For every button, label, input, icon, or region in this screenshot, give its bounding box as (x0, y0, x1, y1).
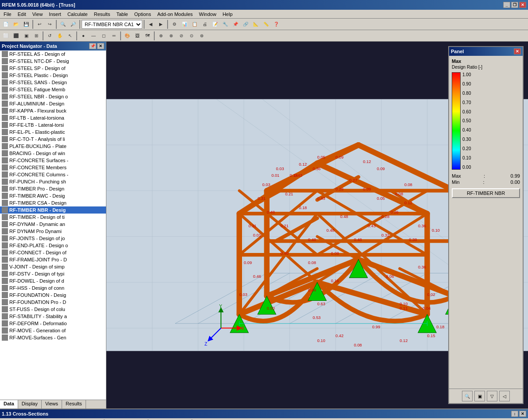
sidebar-tab-data[interactable]: Data (0, 400, 18, 408)
sidebar-tab-views[interactable]: Views (42, 400, 62, 408)
menu-view[interactable]: View (30, 11, 46, 18)
sidebar-item-28[interactable]: RF-CONNECT - Design of (0, 249, 106, 256)
nav-next-btn[interactable]: ▶ (156, 19, 166, 29)
snap5-btn[interactable]: ⊛ (197, 31, 207, 41)
sidebar-item-6[interactable]: RF-STEEL NBR - Design o (0, 93, 106, 100)
menu-calculate[interactable]: Calculate (65, 11, 90, 18)
tool6-btn[interactable]: 🔧 (220, 19, 230, 29)
bottom-panel-pin[interactable]: ↕ (511, 411, 518, 417)
sidebar-item-37[interactable]: RF-STABILITY - Stability a (0, 313, 106, 320)
sidebar-tab-display[interactable]: Display (18, 400, 42, 408)
sidebar-item-16[interactable]: RF-CONCRETE Members (0, 164, 106, 171)
sidebar-item-11[interactable]: RF-EL-PL - Elastic-plastic (0, 128, 106, 136)
sidebar-item-39[interactable]: RF-MOVE - Generation of (0, 327, 106, 334)
sidebar-item-34[interactable]: RF-FOUNDATION - Desig (0, 292, 106, 299)
menu-edit[interactable]: Edit (15, 11, 29, 18)
sidebar-tab-results[interactable]: Results (62, 400, 86, 408)
panel-btn4[interactable]: ◁ (499, 391, 510, 401)
tool10-btn[interactable]: 📏 (261, 19, 271, 29)
sidebar-item-18[interactable]: RF-PUNCH - Punching sh (0, 178, 106, 185)
menu-help[interactable]: Help (220, 11, 235, 18)
surface-btn[interactable]: ◻ (99, 31, 109, 41)
tool2-btn[interactable]: 📊 (180, 19, 189, 29)
snap1-btn[interactable]: ⊕ (156, 31, 166, 41)
sidebar-item-7[interactable]: RF-ALUMINIUM - Design (0, 100, 106, 107)
tool3-btn[interactable]: 📋 (190, 19, 199, 29)
open-btn[interactable]: 📂 (11, 19, 21, 29)
sidebar-item-15[interactable]: RF-CONCRETE Surfaces - (0, 157, 106, 164)
module-selector[interactable]: RF-TIMBER NBR CA1 (82, 20, 142, 29)
node-btn[interactable]: ● (78, 31, 88, 41)
sidebar-item-13[interactable]: PLATE-BUCKLING - Plate (0, 143, 106, 150)
view1-btn[interactable]: ⬜ (1, 31, 11, 41)
snap4-btn[interactable]: ⊙ (187, 31, 196, 41)
view3-btn[interactable]: ▣ (21, 31, 31, 41)
line-btn[interactable]: — (89, 31, 98, 41)
sidebar-item-26[interactable]: RF-JOINTS - Design of jo (0, 235, 106, 242)
menu-file[interactable]: File (1, 11, 14, 18)
tool1-btn[interactable]: ⚙ (169, 19, 179, 29)
select-btn[interactable]: ↖ (65, 31, 75, 41)
menu-options[interactable]: Options (132, 11, 154, 18)
menu-addon[interactable]: Add-on Modules (155, 11, 196, 18)
render3-btn[interactable]: 🗺 (143, 31, 153, 41)
restore-btn[interactable]: ❐ (511, 2, 518, 8)
sidebar-item-29[interactable]: RF-FRAME-JOINT Pro - D (0, 256, 106, 263)
sidebar-item-30[interactable]: V-JOINT - Design of simp (0, 263, 106, 270)
help-icon-btn[interactable]: ❓ (271, 19, 281, 29)
sidebar-item-24[interactable]: RF-DYNAM - Dynamic an (0, 221, 106, 228)
zoom-in-btn[interactable]: 🔍 (58, 19, 68, 29)
panel-btn2[interactable]: ▣ (474, 391, 485, 401)
tool5-btn[interactable]: 📝 (210, 19, 220, 29)
sidebar-close-btn[interactable]: ✕ (97, 43, 104, 49)
render2-btn[interactable]: 🖼 (133, 31, 142, 41)
menu-insert[interactable]: Insert (46, 11, 64, 18)
sidebar-item-4[interactable]: RF-STEEL SANS - Design (0, 79, 106, 86)
menu-table[interactable]: Table (113, 11, 130, 18)
tool9-btn[interactable]: 📐 (251, 19, 261, 29)
rotate-btn[interactable]: ↺ (45, 31, 55, 41)
new-btn[interactable]: 📄 (1, 19, 11, 29)
sidebar-item-14[interactable]: BRACING - Design of win (0, 150, 106, 157)
view2-btn[interactable]: ⬛ (11, 31, 21, 41)
sidebar-item-35[interactable]: RF-FOUNDATION Pro - D (0, 299, 106, 306)
sidebar-item-10[interactable]: RF-FE-LTB - Lateral-torsi (0, 121, 106, 128)
sidebar-item-27[interactable]: RF-END-PLATE - Design o (0, 242, 106, 249)
close-btn[interactable]: ✕ (519, 2, 526, 8)
rf-timber-nbr-btn[interactable]: RF-TIMBER NBR (452, 188, 520, 198)
sidebar-item-12[interactable]: RF-C-TO-T - Analysis of li (0, 136, 106, 143)
sidebar-item-2[interactable]: RF-STEEL SP - Design of (0, 65, 106, 72)
sidebar-item-32[interactable]: RF-DOWEL - Design of d (0, 277, 106, 284)
undo-btn[interactable]: ↩ (35, 19, 44, 29)
sidebar-item-38[interactable]: RF-DEFORM - Deformatio (0, 320, 106, 327)
sidebar-item-3[interactable]: RF-STEEL Plastic - Design (0, 72, 106, 79)
sidebar-item-33[interactable]: RF-HSS - Design of conn (0, 284, 106, 292)
nav-prev-btn[interactable]: ◀ (146, 19, 156, 29)
pan-btn[interactable]: ✋ (55, 31, 65, 41)
sidebar-item-36[interactable]: ST-FUSS - Design of colu (0, 306, 106, 313)
save-btn[interactable]: 💾 (21, 19, 31, 29)
tool8-btn[interactable]: 🔗 (241, 19, 250, 29)
sidebar-item-5[interactable]: RF-STEEL Fatigue Memb (0, 86, 106, 93)
redo-btn[interactable]: ↪ (45, 19, 55, 29)
viewport[interactable]: 0.09 0.01 0.21 0.18 0.40 0.48 0.48 0.48 … (106, 42, 528, 408)
sidebar-item-23[interactable]: RF-TIMBER - Design of ti (0, 214, 106, 221)
sidebar-item-1[interactable]: RF-STEEL NTC-DF - Desig (0, 58, 106, 65)
view4-btn[interactable]: ⊞ (31, 31, 41, 41)
tool4-btn[interactable]: 🖨 (200, 19, 210, 29)
sidebar-item-0[interactable]: RF-STEEL AS - Design of (0, 51, 106, 58)
sidebar-item-17[interactable]: RF-CONCRETE Columns - (0, 171, 106, 178)
sidebar-item-25[interactable]: RF DYNAM Pro Dynami (0, 228, 106, 235)
tool7-btn[interactable]: 📌 (231, 19, 240, 29)
sidebar-item-8[interactable]: RF-KAPPA - Flexural buck (0, 107, 106, 114)
snap3-btn[interactable]: ⊘ (176, 31, 186, 41)
sidebar-item-21[interactable]: RF-TIMBER CSA - Design (0, 199, 106, 206)
panel-close-btn[interactable]: ✕ (514, 48, 521, 54)
member-btn[interactable]: ═ (109, 31, 119, 41)
snap2-btn[interactable]: ⊗ (166, 31, 176, 41)
minimize-btn[interactable]: _ (503, 2, 510, 8)
sidebar-item-40[interactable]: RF-MOVE-Surfaces - Gen (0, 334, 106, 341)
zoom-out-btn[interactable]: 🔎 (68, 19, 78, 29)
sidebar-item-20[interactable]: RF-TIMBER AWC - Desig (0, 192, 106, 199)
menu-results[interactable]: Results (91, 11, 113, 18)
